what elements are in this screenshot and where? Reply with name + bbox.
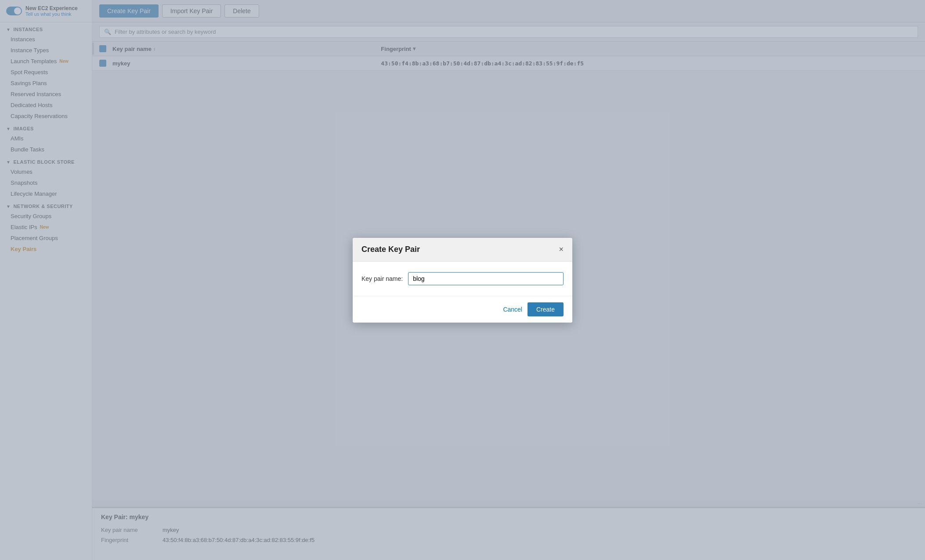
- modal-body: Key pair name:: [353, 262, 572, 296]
- modal-create-button[interactable]: Create: [528, 302, 564, 316]
- key-pair-name-input[interactable]: [408, 272, 564, 285]
- modal-cancel-button[interactable]: Cancel: [503, 306, 522, 313]
- modal-footer: Cancel Create: [353, 296, 572, 323]
- modal-close-button[interactable]: ×: [559, 245, 564, 253]
- key-pair-name-label: Key pair name:: [361, 275, 403, 282]
- modal-overlay[interactable]: Create Key Pair × Key pair name: Cancel …: [0, 0, 925, 560]
- modal-form-row: Key pair name:: [361, 272, 564, 285]
- modal-header: Create Key Pair ×: [353, 238, 572, 262]
- create-key-pair-modal: Create Key Pair × Key pair name: Cancel …: [353, 238, 572, 323]
- modal-title: Create Key Pair: [361, 245, 420, 254]
